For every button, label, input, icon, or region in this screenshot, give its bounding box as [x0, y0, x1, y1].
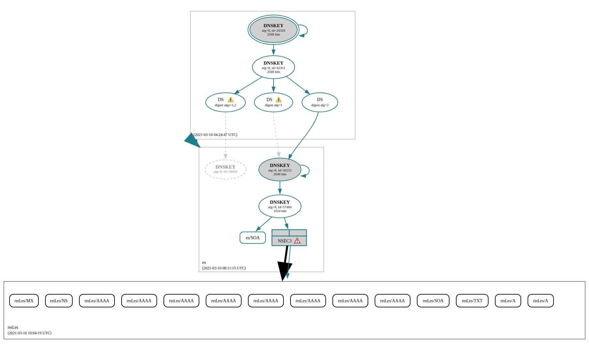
svg-text:1024 bits: 1024 bits: [274, 209, 287, 213]
svg-text:alg=8, id=42351: alg=8, id=42351: [262, 66, 285, 70]
svg-text:NSEC3: NSEC3: [278, 239, 292, 243]
svg-text:DNSKEY: DNSKEY: [216, 164, 236, 170]
rrset-node[interactable]: red.es/AAAA: [79, 294, 115, 307]
svg-text:es/SOA: es/SOA: [246, 235, 260, 240]
svg-text:red.es/AAAA: red.es/AAAA: [253, 298, 278, 303]
rrset-node[interactable]: red.es/AAAA: [333, 294, 368, 307]
svg-text:DS: DS: [317, 97, 323, 102]
svg-text:DNSKEY: DNSKEY: [270, 200, 290, 205]
zone-redes: red.es (2021-03-10 10:04:19 UTC) red.es/…: [4, 281, 585, 339]
rrset-node[interactable]: red.es/AAAA: [291, 294, 326, 307]
zone-es-ts: (2021-03-10 08:11:15 UTC): [202, 266, 246, 270]
svg-text:red.es/A: red.es/A: [500, 298, 516, 303]
node-es-zsk[interactable]: DNSKEY alg=8, id=57484 1024 bits: [259, 195, 301, 218]
edge-eszsk-soa: [256, 217, 272, 231]
rrset-node[interactable]: red.es/AAAA: [122, 294, 157, 307]
svg-rect-19: [278, 101, 279, 101]
svg-text:DS: DS: [267, 97, 272, 102]
edge-ds2-esksk: [274, 112, 279, 157]
svg-rect-18: [278, 99, 279, 100]
node-es-soa[interactable]: es/SOA: [240, 232, 266, 243]
rrset-node[interactable]: red.es/AAAA: [375, 294, 410, 307]
node-ds2[interactable]: DS digest alg=1: [254, 93, 293, 112]
svg-text:red.es/AAAA: red.es/AAAA: [380, 298, 405, 303]
svg-point-20: [302, 93, 338, 112]
svg-rect-13: [230, 99, 231, 100]
rrset-node[interactable]: red.es/AAAA: [164, 294, 199, 307]
svg-text:red.es/A: red.es/A: [533, 298, 548, 303]
svg-text:red.es/AAAA: red.es/AAAA: [296, 298, 321, 303]
rrset-node[interactable]: red.es/MX: [10, 294, 38, 307]
edge-self-root-ksk: [298, 25, 307, 36]
svg-text:DS: DS: [218, 97, 224, 102]
rrset-row: red.es/MX red.es/NS red.es/AAAA red.es/A…: [10, 294, 553, 307]
edge-zsk-ds3: [286, 76, 310, 94]
svg-text:DNSKEY: DNSKEY: [270, 163, 290, 168]
svg-text:red.es/MX: red.es/MX: [14, 298, 34, 303]
zone-root-ts: (2021-03-10 04:24:47 UTC): [194, 132, 237, 137]
rrset-node[interactable]: red.es/TXT: [456, 294, 488, 307]
svg-text:red.es/TXT: red.es/TXT: [462, 298, 483, 303]
zone-es: es (2021-03-10 08:11:15 UTC) DNSKEY alg=…: [199, 147, 324, 272]
zone-redes-name: red.es: [8, 325, 18, 330]
node-ds3[interactable]: DS digest alg=2: [302, 93, 338, 112]
edge-zsk-ds1: [234, 77, 262, 94]
node-root-zsk[interactable]: DNSKEY alg=8, id=42351 2048 bits: [252, 56, 295, 79]
svg-text:2048 bits: 2048 bits: [267, 32, 280, 36]
zone-redes-ts: (2021-03-10 10:04:19 UTC): [8, 331, 52, 335]
node-es-dnskey-ghost[interactable]: DNSKEY alg=8, id=29450: [205, 160, 246, 179]
rrset-node[interactable]: red.es/A: [528, 294, 553, 307]
svg-text:red.es/AAAA: red.es/AAAA: [169, 298, 194, 303]
svg-text:digest alg=1: digest alg=1: [265, 103, 282, 107]
svg-text:red.es/AAAA: red.es/AAAA: [338, 298, 363, 303]
svg-text:alg=8, id=29450: alg=8, id=29450: [214, 170, 237, 173]
node-es-ksk[interactable]: DNSKEY alg=8, id=50252 2048 bits: [259, 158, 301, 181]
svg-text:DNSKEY: DNSKEY: [264, 60, 284, 66]
zone-root-name: .: [194, 127, 195, 131]
svg-text:2048 bits: 2048 bits: [267, 70, 280, 74]
edge-nsec3-redes-black: [283, 246, 287, 278]
svg-text:DNSKEY: DNSKEY: [264, 23, 284, 28]
rrset-node[interactable]: red.es/A: [495, 294, 521, 307]
edge-self-es-ksk: [300, 165, 309, 176]
svg-point-10: [206, 93, 245, 112]
svg-text:red.es/SOA: red.es/SOA: [423, 298, 444, 303]
rrset-node[interactable]: red.es/AAAA: [248, 294, 283, 307]
svg-text:red.es/AAAA: red.es/AAAA: [127, 298, 152, 303]
edge-nsec3-redes-teal: [287, 246, 291, 278]
rrset-node[interactable]: red.es/NS: [45, 294, 72, 307]
node-nsec3[interactable]: NSEC3: [272, 230, 306, 246]
node-ds1[interactable]: DS digest algs=1,2: [206, 93, 245, 112]
rrset-node[interactable]: red.es/SOA: [417, 294, 449, 307]
svg-rect-42: [297, 242, 298, 242]
svg-text:digest algs=1,2: digest algs=1,2: [215, 103, 236, 107]
svg-rect-41: [297, 240, 298, 241]
edge-eszsk-nsec3: [284, 218, 288, 229]
rrset-node[interactable]: red.es/AAAA: [206, 294, 241, 307]
svg-text:alg=8, id=50252: alg=8, id=50252: [268, 168, 292, 172]
svg-text:alg=8, id=57484: alg=8, id=57484: [268, 205, 292, 209]
svg-text:2048 bits: 2048 bits: [274, 172, 287, 176]
svg-text:red.es/NS: red.es/NS: [50, 298, 68, 303]
svg-text:red.es/AAAA: red.es/AAAA: [211, 298, 236, 303]
svg-rect-43: [4, 281, 585, 339]
svg-text:digest alg=2: digest alg=2: [311, 103, 329, 107]
edge-root-to-es-zone: [196, 139, 199, 147]
svg-point-15: [254, 93, 293, 112]
node-root-ksk[interactable]: DNSKEY alg=8, id=20326 2048 bits: [248, 15, 299, 44]
dnssec-graph: . (2021-03-10 04:24:47 UTC) DNSKEY alg=8…: [0, 0, 589, 364]
svg-text:red.es/AAAA: red.es/AAAA: [84, 298, 109, 303]
zone-es-name: es: [202, 260, 206, 265]
svg-rect-14: [230, 101, 231, 101]
zone-root: . (2021-03-10 04:24:47 UTC) DNSKEY alg=8…: [190, 11, 355, 139]
edge-ds3-esksk: [289, 112, 318, 159]
svg-text:alg=8, id=20326: alg=8, id=20326: [262, 28, 285, 32]
